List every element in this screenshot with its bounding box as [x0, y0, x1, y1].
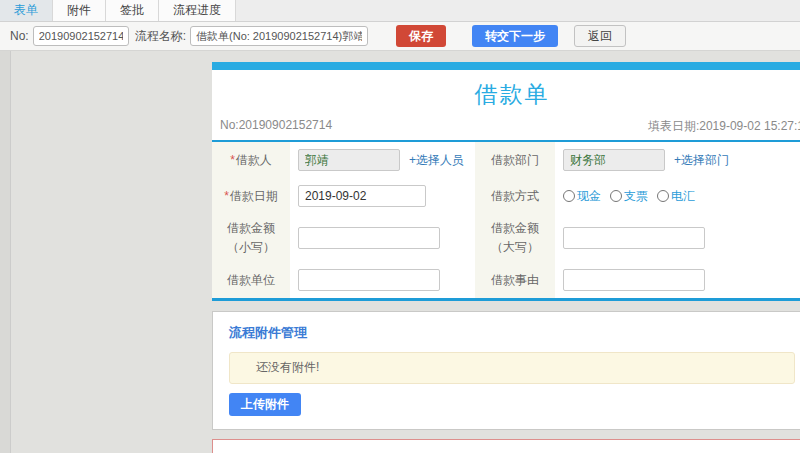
amount-upper-field	[555, 214, 800, 262]
wire-radio[interactable]	[657, 190, 669, 202]
left-strip	[0, 51, 11, 453]
tab-form[interactable]: 表单	[0, 0, 53, 21]
borrower-field: +选择人员	[290, 142, 475, 178]
amount-lower-input[interactable]	[298, 227, 440, 249]
amount-lower-label: 借款金额（小写）	[212, 214, 290, 262]
main-area: 借款单 No:20190902152714 填表日期:2019-09-02 15…	[0, 51, 800, 453]
required-mark: *	[230, 153, 235, 167]
tab-attachments[interactable]: 附件	[53, 0, 106, 21]
borrower-input[interactable]	[298, 149, 400, 171]
loan-reason-field	[555, 262, 800, 298]
loan-method-field: 现金 支票 电汇	[555, 178, 800, 214]
form-grid: *借款人 +选择人员 借款部门 +选择部门 *借款日期	[212, 142, 800, 298]
content-column: 借款单 No:20190902152714 填表日期:2019-09-02 15…	[212, 62, 800, 453]
approval-panel: 流程签批意见 B I abc ✎ ∞ ∞ ⚑ ≣ ☰ ⇤ ⇥	[212, 439, 800, 453]
radio-option-cash[interactable]: 现金	[563, 188, 601, 205]
radio-option-wire[interactable]: 电汇	[657, 188, 695, 205]
department-label: 借款部门	[475, 142, 555, 178]
form-title: 借款单	[212, 70, 800, 118]
cheque-radio[interactable]	[610, 190, 622, 202]
back-button[interactable]: 返回	[574, 25, 626, 47]
flow-name-input[interactable]	[190, 26, 368, 46]
cash-radio[interactable]	[563, 190, 575, 202]
amount-lower-field	[290, 214, 475, 262]
loan-date-input[interactable]	[298, 185, 426, 207]
select-person-link[interactable]: +选择人员	[409, 152, 464, 169]
no-attachment-alert: 还没有附件!	[229, 352, 795, 384]
borrower-label: *借款人	[212, 142, 290, 178]
required-mark: *	[224, 189, 229, 203]
loan-method-label: 借款方式	[475, 178, 555, 214]
form-date-text: 填表日期:2019-09-02 15:27:1	[648, 118, 800, 135]
loan-unit-input[interactable]	[298, 269, 440, 291]
tab-approval[interactable]: 签批	[106, 0, 159, 21]
loan-reason-label: 借款事由	[475, 262, 555, 298]
attachment-heading: 流程附件管理	[229, 324, 795, 342]
radio-option-cheque[interactable]: 支票	[610, 188, 648, 205]
no-label: No:	[10, 29, 29, 43]
tab-bar: 表单 附件 签批 流程进度	[0, 0, 800, 22]
form-no-text: No:20190902152714	[220, 118, 332, 135]
amount-upper-input[interactable]	[563, 227, 705, 249]
tab-progress[interactable]: 流程进度	[159, 0, 236, 21]
form-meta: No:20190902152714 填表日期:2019-09-02 15:27:…	[212, 118, 800, 142]
save-button[interactable]: 保存	[396, 25, 446, 47]
command-bar: No: 流程名称: 保存 转交下一步 返回	[0, 22, 800, 51]
loan-unit-label: 借款单位	[212, 262, 290, 298]
amount-upper-label: 借款金额（大写）	[475, 214, 555, 262]
flow-name-label: 流程名称:	[135, 28, 186, 45]
next-step-button[interactable]: 转交下一步	[472, 25, 558, 47]
panel-top-bar	[212, 62, 800, 70]
select-department-link[interactable]: +选择部门	[674, 152, 729, 169]
department-input[interactable]	[563, 149, 665, 171]
loan-date-field	[290, 178, 475, 214]
loan-date-label: *借款日期	[212, 178, 290, 214]
upload-attachment-button[interactable]: 上传附件	[229, 393, 301, 416]
attachment-panel: 流程附件管理 还没有附件! 上传附件	[212, 311, 800, 430]
loan-form-panel: 借款单 No:20190902152714 填表日期:2019-09-02 15…	[212, 62, 800, 301]
department-field: +选择部门	[555, 142, 800, 178]
loan-reason-input[interactable]	[563, 269, 705, 291]
loan-unit-field	[290, 262, 475, 298]
loan-method-radio-group: 现金 支票 电汇	[563, 188, 695, 205]
no-input[interactable]	[33, 26, 129, 46]
